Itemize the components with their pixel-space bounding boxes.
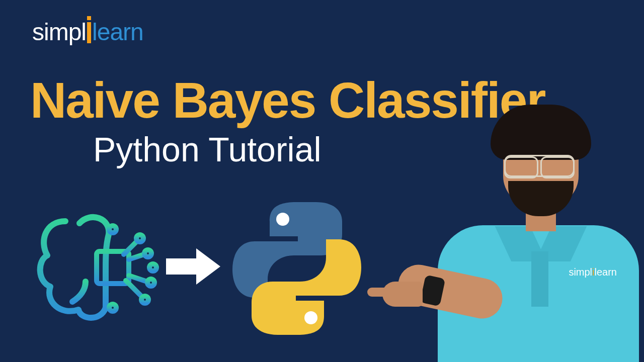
subtitle: Python Tutorial [93, 130, 321, 169]
shirt-placket [531, 251, 548, 307]
shirt-brand-text: learn [595, 266, 617, 278]
svg-line-7 [126, 281, 142, 297]
pointing-finger [367, 288, 392, 297]
svg-point-8 [141, 296, 148, 303]
shirt-brand: simplilearn [569, 266, 617, 278]
svg-point-6 [149, 264, 156, 271]
presenter-figure: simplilearn [433, 101, 644, 362]
brand-logo: simpllearn [32, 18, 143, 46]
shirt-brand-text: simpl [569, 266, 592, 278]
presenter-hair [491, 105, 591, 160]
ai-brain-chip-icon [30, 201, 161, 332]
svg-point-4 [136, 235, 143, 242]
logo-text-2: learn [92, 19, 143, 45]
svg-point-10 [109, 304, 116, 311]
svg-point-16 [276, 213, 289, 226]
presenter-beard [508, 181, 574, 216]
svg-point-2 [109, 226, 116, 233]
glasses-icon [504, 155, 575, 177]
svg-line-13 [129, 276, 147, 282]
logo-divider-icon [87, 21, 91, 43]
svg-point-17 [304, 311, 317, 324]
right-arrow-icon [166, 246, 221, 287]
python-logo-icon [221, 193, 372, 344]
svg-point-12 [144, 250, 151, 257]
svg-marker-15 [166, 248, 220, 285]
svg-point-14 [147, 279, 154, 286]
logo-text-1: simpl [32, 19, 86, 45]
